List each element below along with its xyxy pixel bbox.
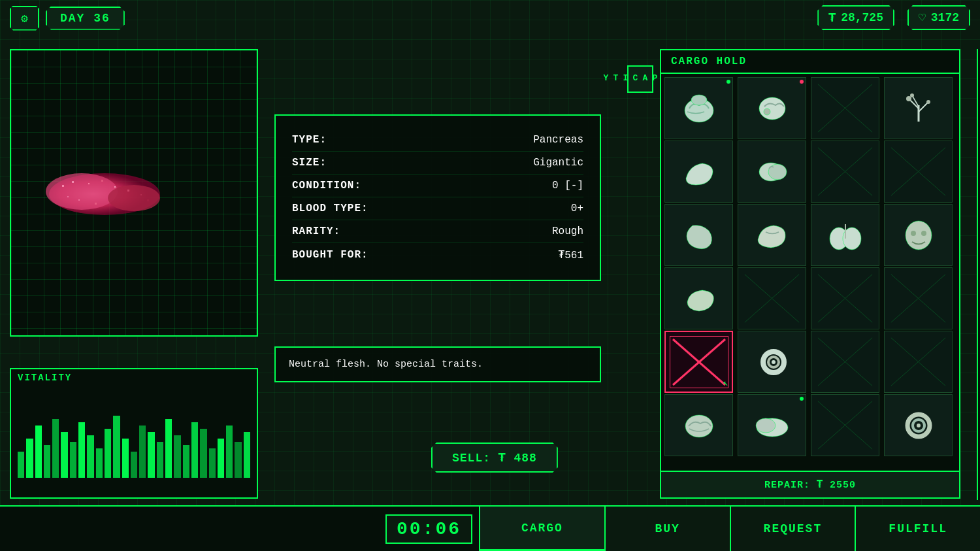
- svg-rect-18: [114, 186, 116, 188]
- top-right-stats: ₮ 28,725 ♡ 3172: [817, 5, 970, 30]
- cargo-cell[interactable]: [884, 204, 953, 266]
- cargo-cell[interactable]: [884, 394, 953, 456]
- cargo-cell[interactable]: [664, 204, 733, 266]
- vitality-title: VITALITY: [11, 369, 257, 386]
- cell-indicator-dot: [800, 397, 804, 401]
- cargo-cell[interactable]: [738, 77, 806, 139]
- size-label: SIZE:: [292, 157, 327, 169]
- svg-rect-21: [95, 203, 97, 205]
- cargo-right-border: [977, 49, 980, 500]
- specimen-grid: [11, 50, 257, 335]
- vitality-panel: VITALITY: [10, 368, 258, 499]
- vitality-bar: [244, 432, 250, 478]
- vitality-bar: [200, 429, 206, 478]
- vitality-bar: [157, 442, 163, 478]
- vitality-bar: [122, 439, 129, 478]
- cargo-cell[interactable]: [884, 267, 953, 329]
- vitality-bar: [70, 442, 76, 478]
- svg-point-50: [921, 231, 926, 236]
- vitality-bar: [165, 419, 172, 478]
- capacity-sidebar: CAPACITY: [627, 65, 653, 93]
- top-bar: ⚙ DAY 36 ₮ 28,725 ♡ 3172: [0, 0, 980, 36]
- currency-amount: 28,725: [841, 11, 883, 24]
- svg-point-29: [764, 109, 770, 115]
- condition-label: CONDITION:: [292, 180, 361, 192]
- bought-row: BOUGHT FOR: ₮561: [292, 243, 583, 267]
- vitality-bar: [35, 426, 42, 478]
- nav-button-fulfill[interactable]: FULFILL: [855, 507, 980, 551]
- svg-point-48: [906, 221, 932, 250]
- gear-icon: ⚙: [21, 11, 28, 25]
- cargo-hold-title: CARGO HOLD: [661, 50, 959, 74]
- condition-value: 0 [-]: [552, 180, 583, 192]
- cargo-cell[interactable]: [664, 267, 733, 329]
- cell-indicator-dot-red: [800, 80, 804, 84]
- cell-indicator-dot: [727, 80, 730, 84]
- rarity-value: Rough: [552, 225, 583, 237]
- vitality-bar: [209, 448, 216, 478]
- cargo-cell[interactable]: [811, 141, 879, 203]
- cargo-cell[interactable]: [811, 267, 879, 329]
- currency-icon: ₮: [828, 10, 836, 25]
- cargo-cell[interactable]: [811, 204, 879, 266]
- size-row: SIZE: Gigantic: [292, 152, 583, 175]
- vitality-bar: [78, 422, 85, 478]
- svg-point-67: [685, 415, 713, 437]
- svg-point-74: [917, 424, 921, 427]
- svg-rect-20: [78, 199, 80, 201]
- vitality-bars: [11, 386, 257, 484]
- cargo-cell[interactable]: [884, 77, 953, 139]
- top-left-controls: ⚙ DAY 36: [10, 6, 125, 31]
- vitality-bar: [113, 416, 120, 478]
- timer-display: 00:06: [385, 514, 472, 544]
- nav-button-cargo[interactable]: CARGO: [479, 507, 604, 551]
- cargo-cell[interactable]: ↖: [664, 331, 733, 393]
- vitality-bar: [96, 448, 103, 478]
- svg-point-28: [759, 97, 785, 120]
- cargo-cell[interactable]: [811, 394, 879, 456]
- svg-point-37: [926, 100, 930, 104]
- cargo-cell[interactable]: [811, 77, 879, 139]
- cargo-cell[interactable]: [664, 141, 733, 203]
- vitality-bar: [18, 452, 24, 478]
- cargo-cell[interactable]: [738, 204, 806, 266]
- vitality-bar: [52, 419, 59, 478]
- bottom-nav: CARGOBUYREQUESTFULFILL: [479, 507, 980, 551]
- vitality-bar: [139, 426, 146, 478]
- cargo-cell[interactable]: [738, 267, 806, 329]
- currency-badge: ₮ 28,725: [817, 5, 894, 30]
- sell-button[interactable]: SELL: ₮ 488: [431, 442, 558, 473]
- cargo-cell[interactable]: [664, 394, 733, 456]
- repair-button-label: REPAIR: ₮ 2550: [764, 480, 856, 491]
- nav-button-request[interactable]: REQUEST: [730, 507, 855, 551]
- svg-point-36: [906, 96, 911, 101]
- vitality-bar: [235, 442, 241, 478]
- gear-button[interactable]: ⚙: [10, 6, 39, 31]
- repair-button[interactable]: REPAIR: ₮ 2550: [660, 471, 960, 499]
- cargo-cell[interactable]: [738, 141, 806, 203]
- cargo-cell[interactable]: [884, 331, 953, 393]
- health-icon: ♡: [919, 10, 926, 25]
- description-panel: Neutral flesh. No special traits.: [274, 346, 601, 382]
- svg-rect-23: [67, 196, 69, 197]
- svg-rect-25: [147, 199, 149, 201]
- description-text: Neutral flesh. No special traits.: [289, 359, 483, 370]
- cargo-cell[interactable]: [811, 331, 879, 393]
- cargo-cell[interactable]: [664, 77, 733, 139]
- cargo-cell[interactable]: [884, 141, 953, 203]
- svg-point-12: [46, 173, 118, 210]
- vitality-bar: [183, 445, 189, 478]
- svg-point-38: [910, 93, 914, 97]
- type-label: TYPE:: [292, 134, 327, 146]
- type-value: Pancreas: [533, 134, 583, 146]
- nav-button-buy[interactable]: BUY: [604, 507, 730, 551]
- cargo-cell[interactable]: [738, 331, 806, 393]
- svg-rect-14: [62, 185, 64, 187]
- vitality-bar: [105, 429, 111, 478]
- svg-rect-19: [127, 190, 129, 192]
- vitality-bar: [44, 445, 50, 478]
- cargo-cell[interactable]: [738, 394, 806, 456]
- type-row: TYPE: Pancreas: [292, 129, 583, 152]
- vitality-bar: [26, 439, 33, 478]
- bought-label: BOUGHT FOR:: [292, 249, 368, 261]
